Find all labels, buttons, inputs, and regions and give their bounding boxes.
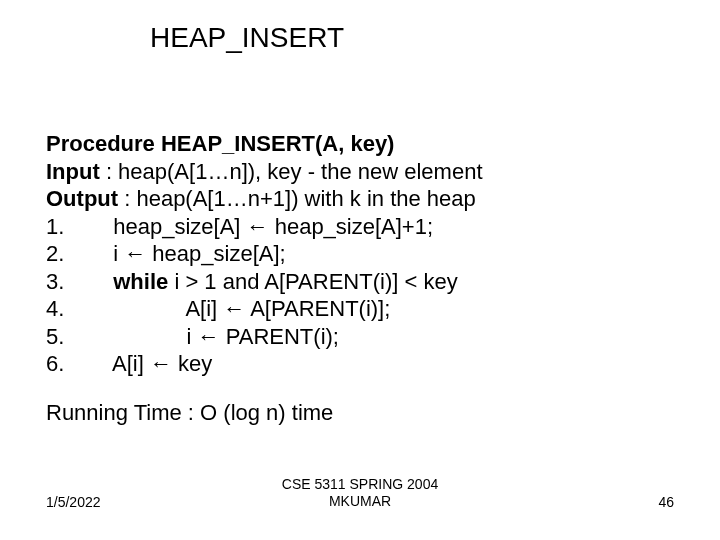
step-num: 1. [46,214,113,239]
slide: HEAP_INSERT Procedure HEAP_INSERT(A, key… [0,0,720,540]
step-text: heap_size[A] ← heap_size[A]+1; [113,214,433,239]
step-text: i ← PARENT(i); [187,324,339,349]
step-num: 2. [46,241,113,266]
step-num: 3. [46,269,113,294]
footer-page-number: 46 [658,494,674,510]
step-4: 4. A[i] ← A[PARENT(i)]; [46,295,483,323]
procedure-line: Procedure HEAP_INSERT(A, key) [46,130,483,158]
input-text: : heap(A[1…n]), key - the new element [100,159,483,184]
output-line: Output : heap(A[1…n+1]) with k in the he… [46,185,483,213]
step-6: 6. A[i] ← key [46,350,483,378]
output-label: Output [46,186,118,211]
step-num: 5. [46,324,187,349]
step-text: i ← heap_size[A]; [113,241,285,266]
slide-title: HEAP_INSERT [150,22,344,54]
running-time: Running Time : O (log n) time [46,400,333,426]
step-3: 3. while i > 1 and A[PARENT(i)] < key [46,268,483,296]
footer-course: CSE 5311 SPRING 2004 [0,476,720,493]
step-5: 5. i ← PARENT(i); [46,323,483,351]
procedure-decl: HEAP_INSERT(A, key) [161,131,395,156]
output-text: : heap(A[1…n+1]) with k in the heap [118,186,476,211]
algorithm-body: Procedure HEAP_INSERT(A, key) Input : he… [46,130,483,378]
step-num: 6. [46,351,112,376]
step-num: 4. [46,296,185,321]
step-text: A[i] ← A[PARENT(i)]; [185,296,390,321]
step-text: A[i] ← key [112,351,212,376]
step-text: i > 1 and A[PARENT(i)] < key [168,269,457,294]
step-keyword: while [113,269,168,294]
procedure-label: Procedure [46,131,161,156]
footer-center: CSE 5311 SPRING 2004 MKUMAR [0,476,720,510]
step-1: 1. heap_size[A] ← heap_size[A]+1; [46,213,483,241]
step-2: 2. i ← heap_size[A]; [46,240,483,268]
input-line: Input : heap(A[1…n]), key - the new elem… [46,158,483,186]
footer-author: MKUMAR [0,493,720,510]
input-label: Input [46,159,100,184]
